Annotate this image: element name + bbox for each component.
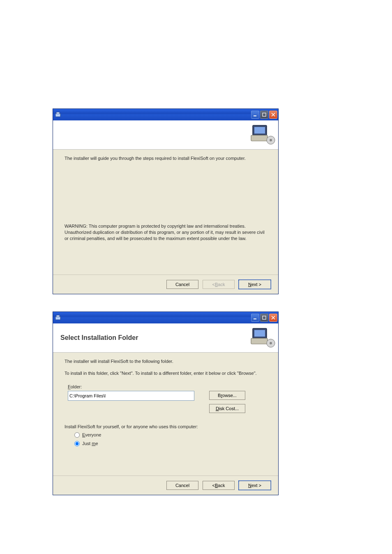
radio-just-me-label: Just me bbox=[82, 441, 98, 447]
window-controls bbox=[251, 314, 277, 322]
installer-icon bbox=[55, 314, 61, 321]
body-area: The installer will install FlexiSoft to … bbox=[53, 353, 278, 451]
page-title: Select Installation Folder bbox=[60, 334, 138, 342]
header-bar bbox=[53, 120, 278, 150]
browse-button[interactable]: Browse... bbox=[209, 391, 245, 400]
svg-rect-11 bbox=[254, 319, 256, 319]
radio-everyone-input[interactable] bbox=[74, 432, 80, 438]
close-button[interactable] bbox=[269, 111, 277, 119]
back-button[interactable]: < Back bbox=[203, 481, 235, 490]
setup-graphic-icon bbox=[249, 123, 276, 146]
next-button[interactable]: Next > bbox=[239, 481, 271, 490]
footer: Cancel < Back Next > bbox=[53, 275, 278, 294]
svg-point-17 bbox=[270, 342, 272, 344]
svg-point-8 bbox=[270, 139, 272, 141]
svg-rect-3 bbox=[263, 113, 266, 116]
maximize-button bbox=[260, 111, 268, 119]
radio-just-me-input[interactable] bbox=[74, 441, 80, 446]
folder-input[interactable] bbox=[68, 391, 194, 401]
footer: Cancel < Back Next > bbox=[53, 476, 278, 495]
titlebar[interactable] bbox=[53, 109, 278, 120]
radio-just-me[interactable]: Just me bbox=[74, 441, 267, 447]
next-mnemonic: N bbox=[248, 483, 251, 488]
installer-icon bbox=[55, 111, 61, 118]
install-scope-group: Install FlexiSoft for yourself, or for a… bbox=[65, 424, 267, 447]
folder-row: Browse... Disk Cost... bbox=[68, 391, 267, 413]
install-scope-label: Install FlexiSoft for yourself, or for a… bbox=[65, 424, 267, 430]
cancel-button[interactable]: Cancel bbox=[166, 481, 198, 490]
warning-text: WARNING: This computer program is protec… bbox=[65, 223, 267, 242]
body-text-1: The installer will install FlexiSoft to … bbox=[65, 358, 267, 365]
minimize-button[interactable] bbox=[251, 314, 259, 322]
svg-rect-10 bbox=[56, 315, 60, 317]
svg-rect-1 bbox=[56, 112, 60, 114]
close-button[interactable] bbox=[269, 314, 277, 322]
svg-rect-5 bbox=[254, 127, 265, 134]
radio-everyone[interactable]: Everyone bbox=[74, 432, 267, 438]
cancel-button[interactable]: Cancel bbox=[166, 280, 198, 289]
minimize-button[interactable] bbox=[251, 111, 259, 119]
titlebar[interactable] bbox=[53, 312, 278, 323]
installer-welcome-window: The installer will guide you through the… bbox=[53, 108, 279, 294]
svg-rect-15 bbox=[251, 338, 267, 344]
folder-label: Folder: bbox=[68, 384, 267, 390]
maximize-button bbox=[260, 314, 268, 322]
back-button: < Back bbox=[203, 280, 235, 289]
next-button[interactable]: Next > bbox=[239, 280, 271, 289]
setup-graphic-icon bbox=[249, 326, 276, 349]
back-mnemonic: B bbox=[215, 282, 218, 287]
back-mnemonic: B bbox=[215, 483, 218, 488]
svg-rect-12 bbox=[263, 316, 266, 319]
body-area: The installer will guide you through the… bbox=[53, 150, 278, 251]
intro-text: The installer will guide you through the… bbox=[65, 155, 267, 162]
folder-side-buttons: Browse... Disk Cost... bbox=[209, 391, 245, 413]
radio-everyone-label: Everyone bbox=[82, 432, 101, 438]
header-bar: Select Installation Folder bbox=[53, 323, 278, 353]
svg-rect-6 bbox=[251, 135, 267, 141]
disk-cost-button[interactable]: Disk Cost... bbox=[209, 404, 245, 413]
svg-rect-2 bbox=[254, 115, 256, 116]
window-controls bbox=[251, 111, 277, 119]
installer-folder-window: Select Installation Folder The installer… bbox=[53, 312, 279, 495]
svg-rect-14 bbox=[254, 330, 265, 337]
body-text-2: To install in this folder, click "Next".… bbox=[65, 370, 267, 376]
next-mnemonic: N bbox=[248, 282, 251, 287]
